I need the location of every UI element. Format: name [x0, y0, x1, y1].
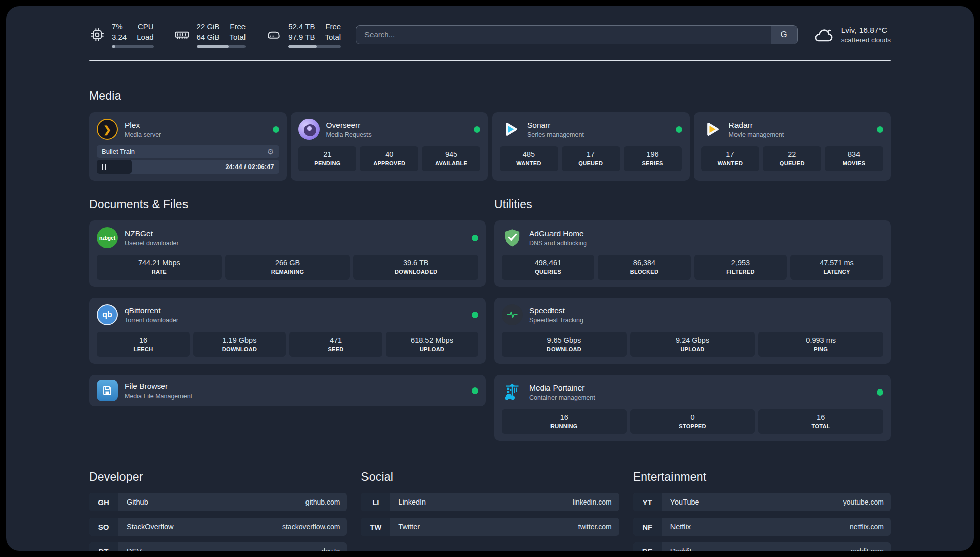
search-engine-button[interactable]: G: [771, 26, 797, 44]
nzbget-card[interactable]: nzbget NZBGet Usenet downloader 744.21 M…: [89, 220, 486, 287]
social-section: Social LI LinkedIn linkedin.com TW Twitt…: [361, 470, 619, 551]
sonarr-card[interactable]: Sonarr Series management 485WANTED 17QUE…: [492, 112, 690, 181]
link-twitter[interactable]: TW Twitter twitter.com: [361, 518, 619, 536]
stat-box: 17WANTED: [701, 146, 760, 171]
stat-box: 0STOPPED: [630, 409, 755, 434]
card-title: NZBGet: [125, 229, 179, 238]
speedtest-icon: [502, 304, 523, 325]
stat-box: 498,461QUERIES: [502, 255, 594, 280]
disk-total: 97.9 TB: [288, 32, 315, 42]
search-bar: G: [356, 25, 798, 44]
section-heading-media: Media: [89, 89, 891, 103]
pause-icon: [102, 164, 103, 170]
cloud-icon: [813, 26, 835, 44]
now-playing-title: Bullet Train: [102, 148, 135, 155]
status-dot: [472, 312, 478, 318]
media-grid: ❯ Plex Media server Bullet Train ⚙ 24:44…: [89, 112, 891, 181]
section-heading-social: Social: [361, 470, 619, 484]
card-subtitle: DNS and adblocking: [529, 240, 587, 247]
reddit-icon: RE: [633, 542, 662, 551]
plex-now-playing: Bullet Train ⚙ 24:44 / 02:06:47: [97, 145, 279, 174]
stat-box: 9.65 GbpsDOWNLOAD: [502, 332, 627, 357]
status-dot: [472, 387, 478, 394]
section-heading-utilities: Utilities: [494, 198, 891, 211]
disk-label-bottom: Total: [325, 32, 341, 42]
adguard-card[interactable]: AdGuard Home DNS and adblocking 498,461Q…: [494, 220, 891, 287]
stat-box: 0.993 msPING: [758, 332, 883, 357]
radarr-icon: [701, 119, 722, 140]
section-heading-documents: Documents & Files: [89, 198, 486, 211]
card-subtitle: Media server: [125, 131, 161, 138]
cpu-label-bottom: Load: [137, 32, 153, 42]
stat-box: 471SEED: [289, 332, 382, 357]
filebrowser-card[interactable]: File Browser Media File Management: [89, 375, 486, 406]
documents-column: Documents & Files nzbget NZBGet Usenet d…: [89, 198, 486, 406]
card-subtitle: Media Requests: [326, 131, 372, 138]
twitter-icon: TW: [361, 518, 390, 536]
youtube-icon: YT: [633, 493, 662, 511]
status-dot: [676, 126, 682, 133]
stat-box: 266 GBREMAINING: [225, 255, 350, 280]
speedtest-card[interactable]: Speedtest Speedtest Tracking 9.65 GbpsDO…: [494, 298, 891, 364]
status-dot: [877, 389, 883, 396]
linkedin-icon: LI: [361, 493, 390, 511]
plex-card[interactable]: ❯ Plex Media server Bullet Train ⚙ 24:44…: [89, 112, 287, 181]
dev-icon: DT: [89, 542, 118, 551]
card-subtitle: Container management: [529, 394, 595, 401]
card-title: AdGuard Home: [529, 229, 587, 238]
stat-box: 744.21 MbpsRATE: [97, 255, 222, 280]
plex-icon: ❯: [97, 119, 118, 140]
stat-box: 9.24 GbpsUPLOAD: [630, 332, 755, 357]
system-stats: 7% 3.24 CPU Load: [89, 21, 341, 48]
stat-box: 196SERIES: [624, 146, 682, 171]
cpu-label-top: CPU: [137, 21, 153, 32]
entertainment-section: Entertainment YT YouTube youtube.com NF …: [633, 470, 891, 551]
card-subtitle: Speedtest Tracking: [529, 317, 583, 324]
gear-icon[interactable]: ⚙: [267, 148, 274, 155]
ram-label-top: Free: [229, 21, 246, 32]
github-icon: GH: [89, 493, 118, 511]
stat-box: 17QUEUED: [562, 146, 620, 171]
nzbget-icon: nzbget: [97, 227, 118, 248]
stat-box: 1.19 GbpsDOWNLOAD: [193, 332, 286, 357]
status-dot: [877, 126, 883, 133]
cpu-percent: 7%: [112, 21, 127, 32]
pause-button[interactable]: [97, 160, 132, 174]
card-subtitle: Movie management: [729, 131, 784, 138]
link-linkedin[interactable]: LI LinkedIn linkedin.com: [361, 493, 619, 511]
link-reddit[interactable]: RE Reddit reddit.com: [633, 542, 891, 551]
search-input[interactable]: [356, 26, 771, 44]
stat-box: 834MOVIES: [825, 146, 883, 171]
stat-box: 47.571 msLATENCY: [790, 255, 883, 280]
weather-location: Lviv, 16.87°C: [841, 26, 891, 35]
stat-box: 21PENDING: [298, 146, 357, 171]
link-github[interactable]: GH Github github.com: [89, 493, 347, 511]
playback-progress: 24:44 / 02:06:47: [97, 160, 279, 174]
cpu-icon: [89, 27, 105, 43]
link-dev[interactable]: DT DEV dev.to: [89, 542, 347, 551]
qbittorrent-icon: qb: [97, 304, 118, 325]
link-stackoverflow[interactable]: SO StackOverflow stackoverflow.com: [89, 518, 347, 536]
utilities-column: Utilities AdGuard Home DNS and adblockin…: [494, 198, 891, 441]
card-title: qBittorrent: [125, 306, 178, 315]
header-divider: [89, 60, 891, 61]
ram-free: 22 GiB: [197, 21, 220, 32]
ram-label-bottom: Total: [229, 32, 246, 42]
ram-total: 64 GiB: [197, 32, 220, 42]
portainer-icon: [502, 381, 523, 403]
stat-box: 16LEECH: [97, 332, 190, 357]
dashboard-panel: 7% 3.24 CPU Load: [6, 6, 974, 551]
ram-icon: [174, 27, 190, 43]
overseerr-card[interactable]: Overseerr Media Requests 21PENDING 40APP…: [291, 112, 488, 181]
stat-box: 16RUNNING: [502, 409, 627, 434]
radarr-card[interactable]: Radarr Movie management 17WANTED 22QUEUE…: [694, 112, 891, 181]
link-youtube[interactable]: YT YouTube youtube.com: [633, 493, 891, 511]
weather-widget[interactable]: Lviv, 16.87°C scattered clouds: [813, 26, 891, 44]
cpu-loadavg: 3.24: [112, 32, 127, 42]
link-netflix[interactable]: NF Netflix netflix.com: [633, 518, 891, 536]
qbittorrent-card[interactable]: qb qBittorrent Torrent downloader 16LEEC…: [89, 298, 486, 364]
portainer-card[interactable]: Media Portainer Container management 16R…: [494, 375, 891, 441]
weather-condition: scattered clouds: [841, 36, 891, 44]
status-dot: [474, 126, 480, 133]
card-title: Sonarr: [527, 121, 584, 130]
